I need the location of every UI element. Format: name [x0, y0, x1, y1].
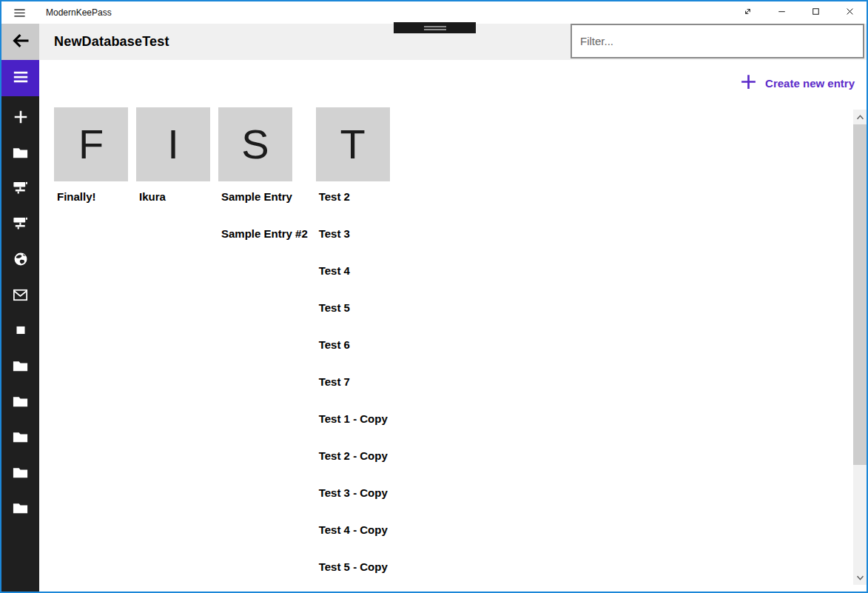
sidebar-item-11-folder[interactable]	[1, 492, 39, 527]
entry-item[interactable]: Test 1 - Copy	[316, 412, 390, 449]
group-letter: S	[241, 124, 269, 165]
entry-item[interactable]: Test 3 - Copy	[316, 486, 390, 523]
close-button[interactable]	[832, 1, 867, 24]
drag-handle[interactable]	[394, 22, 476, 33]
fullscreen-icon	[741, 5, 754, 20]
sidebar-item-6-square[interactable]	[1, 314, 39, 349]
mail-icon	[12, 287, 29, 306]
back-arrow-icon	[10, 30, 31, 53]
close-icon	[844, 5, 856, 20]
folder-icon	[12, 358, 29, 378]
titlebar: ModernKeePass	[1, 1, 867, 24]
scrollbar-thumb[interactable]	[853, 124, 867, 465]
plus-icon	[739, 73, 758, 93]
maximize-icon	[810, 5, 822, 20]
group-tile[interactable]: F	[54, 107, 128, 181]
entry-item[interactable]: Ikura	[136, 190, 210, 227]
group-entries: Ikura	[136, 190, 210, 227]
app-window: ModernKeePass NewDatabaseTest	[0, 0, 868, 593]
app-title: ModernKeePass	[46, 7, 112, 18]
nav-toggle-button[interactable]	[1, 60, 39, 96]
network-icon	[12, 215, 29, 235]
sidebar-item-10-folder[interactable]	[1, 456, 39, 492]
entry-item[interactable]: Test 4 - Copy	[316, 523, 390, 560]
square-icon	[13, 322, 29, 341]
filter-input[interactable]	[571, 24, 864, 58]
create-new-entry-button[interactable]: Create new entry	[739, 73, 855, 93]
drag-handle-line	[424, 26, 446, 27]
sidebar	[1, 60, 39, 592]
folder-icon	[12, 464, 29, 484]
sidebar-item-9-folder[interactable]	[1, 421, 39, 456]
page-title: NewDatabaseTest	[54, 34, 169, 50]
group-letter: F	[78, 124, 104, 165]
group-entries: Finally!	[54, 190, 128, 227]
fullscreen-button[interactable]	[730, 1, 764, 24]
folder-icon	[12, 500, 29, 520]
entry-group: F Finally!	[54, 107, 128, 227]
maximize-button[interactable]	[798, 1, 832, 24]
group-tile[interactable]: I	[136, 107, 210, 181]
sidebar-item-3-network[interactable]	[1, 207, 39, 243]
sidebar-item-5-mail[interactable]	[1, 278, 39, 314]
entry-item[interactable]: Sample Entry #2	[218, 227, 308, 264]
drag-handle-line	[424, 29, 446, 30]
sidebar-item-8-folder[interactable]	[1, 385, 39, 421]
group-tile[interactable]: S	[218, 107, 292, 181]
minimize-button[interactable]	[764, 1, 798, 24]
scroll-down-icon[interactable]	[853, 571, 867, 584]
group-entries: Sample EntrySample Entry #2	[218, 190, 308, 264]
entry-groups: F Finally! I Ikura S Sample EntrySample …	[54, 107, 398, 592]
folder-icon	[12, 429, 29, 449]
group-tile[interactable]: T	[316, 107, 390, 181]
globe-icon	[13, 251, 29, 270]
sidebar-item-4-globe[interactable]	[1, 243, 39, 278]
entry-item[interactable]: Test 2	[316, 190, 390, 227]
entry-item[interactable]: Test 5 - Copy	[316, 560, 390, 592]
folder-icon	[12, 144, 29, 164]
sidebar-items	[1, 101, 39, 527]
entry-item[interactable]: Test 2 - Copy	[316, 449, 390, 486]
network-icon	[12, 180, 29, 200]
entry-item[interactable]: Sample Entry	[218, 190, 308, 227]
group-entries: Test 2Test 3Test 4Test 5Test 6Test 7Test…	[316, 190, 390, 592]
entry-item[interactable]: Test 3	[316, 227, 390, 264]
entry-group: T Test 2Test 3Test 4Test 5Test 6Test 7Te…	[316, 107, 390, 592]
entry-item[interactable]: Test 4	[316, 264, 390, 301]
sidebar-item-7-folder[interactable]	[1, 349, 39, 385]
group-letter: I	[167, 124, 179, 165]
entry-group: S Sample EntrySample Entry #2	[218, 107, 308, 264]
sidebar-item-1-folder[interactable]	[1, 136, 39, 172]
window-controls	[730, 1, 867, 24]
entry-item[interactable]: Test 6	[316, 338, 390, 375]
sidebar-item-0-add[interactable]	[1, 101, 39, 136]
folder-icon	[12, 393, 29, 413]
entry-item[interactable]: Test 5	[316, 301, 390, 338]
entry-group: I Ikura	[136, 107, 210, 227]
back-button[interactable]	[1, 24, 39, 60]
create-new-entry-label: Create new entry	[765, 77, 855, 90]
minimize-icon	[776, 5, 788, 20]
hamburger-icon[interactable]	[13, 6, 27, 20]
entry-item[interactable]: Finally!	[54, 190, 128, 227]
sidebar-item-2-network[interactable]	[1, 172, 39, 207]
group-letter: T	[340, 124, 366, 165]
window-body: Create new entry F Finally! I Ikura	[1, 60, 867, 592]
entry-item[interactable]: Test 7	[316, 375, 390, 412]
scroll-up-icon[interactable]	[853, 110, 867, 124]
main-content: Create new entry F Finally! I Ikura	[39, 60, 867, 592]
vertical-scrollbar[interactable]	[853, 110, 867, 585]
add-icon	[13, 109, 29, 128]
hamburger-icon	[13, 69, 29, 87]
